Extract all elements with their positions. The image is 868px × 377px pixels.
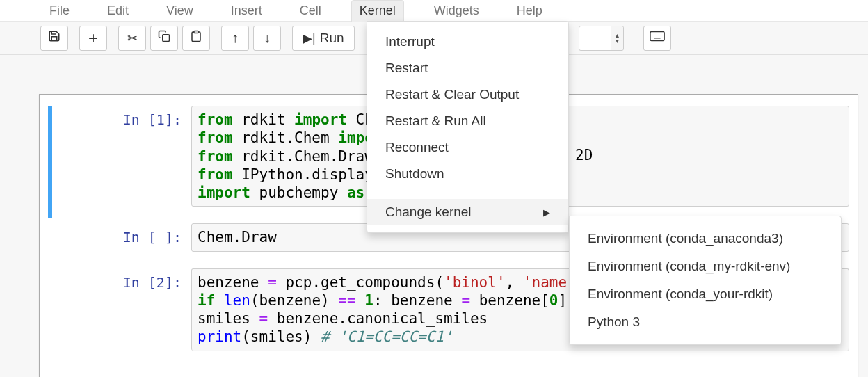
cell-prompt: In [2]: <box>52 268 191 291</box>
run-label: Run <box>320 31 344 46</box>
kernel-change-kernel[interactable]: Change kernel ▶ <box>367 199 568 225</box>
kernel-reconnect[interactable]: Reconnect <box>367 134 568 161</box>
menu-widgets[interactable]: Widgets <box>426 0 487 22</box>
cell-selection-bar <box>48 106 52 218</box>
menu-file[interactable]: File <box>42 0 77 22</box>
kernel-option[interactable]: Environment (conda_your-rdkit) <box>570 280 841 308</box>
cut-button[interactable]: ✂ <box>118 26 146 51</box>
move-up-button[interactable]: ↑ <box>221 26 249 51</box>
cell-prompt: In [1]: <box>52 106 191 128</box>
select-chevrons-icon: ▴▾ <box>611 26 623 50</box>
command-palette-button[interactable] <box>643 26 671 51</box>
copy-button[interactable] <box>150 26 178 51</box>
menu-insert[interactable]: Insert <box>223 0 270 22</box>
kernel-option[interactable]: Python 3 <box>570 308 841 336</box>
svg-rect-1 <box>194 31 198 33</box>
menu-view[interactable]: View <box>159 0 201 22</box>
copy-icon <box>158 30 170 46</box>
paste-icon <box>190 30 202 46</box>
visible-text-fragment: 2D <box>575 147 593 163</box>
cell-prompt: In [ ]: <box>52 223 191 246</box>
run-button[interactable]: ▶| Run <box>292 26 355 51</box>
kernel-restart-clear[interactable]: Restart & Clear Output <box>367 81 568 108</box>
arrow-up-icon: ↑ <box>232 30 239 46</box>
kernel-dropdown: Interrupt Restart Restart & Clear Output… <box>367 21 569 233</box>
scissors-icon: ✂ <box>127 31 138 46</box>
keyboard-icon <box>650 31 665 45</box>
move-down-button[interactable]: ↓ <box>253 26 281 51</box>
run-icon: ▶| <box>303 31 316 46</box>
dropdown-divider <box>367 193 568 193</box>
kernel-shutdown[interactable]: Shutdown <box>367 161 568 187</box>
svg-rect-2 <box>650 32 664 41</box>
submenu-arrow-icon: ▶ <box>543 207 550 218</box>
menu-cell[interactable]: Cell <box>292 0 329 22</box>
insert-cell-below-button[interactable]: + <box>79 26 107 51</box>
svg-rect-0 <box>163 35 170 42</box>
menu-help[interactable]: Help <box>509 0 550 22</box>
arrow-down-icon: ↓ <box>264 30 271 46</box>
kernel-option[interactable]: Environment (conda_anaconda3) <box>570 225 841 252</box>
menubar: File Edit View Insert Cell Kernel Widget… <box>0 0 868 22</box>
kernel-restart[interactable]: Restart <box>367 55 568 81</box>
save-button[interactable] <box>40 26 68 51</box>
kernel-option[interactable]: Environment (conda_my-rdkit-env) <box>570 252 841 280</box>
kernel-interrupt[interactable]: Interrupt <box>367 29 568 55</box>
paste-button[interactable] <box>182 26 210 51</box>
change-kernel-submenu: Environment (conda_anaconda3) Environmen… <box>569 216 842 345</box>
kernel-restart-runall[interactable]: Restart & Run All <box>367 108 568 134</box>
menu-kernel[interactable]: Kernel <box>351 0 404 22</box>
change-kernel-label: Change kernel <box>385 204 472 220</box>
plus-icon: + <box>88 30 98 47</box>
menu-edit[interactable]: Edit <box>99 0 136 22</box>
save-icon <box>48 30 61 46</box>
cell-type-select[interactable]: ▴▾ <box>579 26 624 51</box>
